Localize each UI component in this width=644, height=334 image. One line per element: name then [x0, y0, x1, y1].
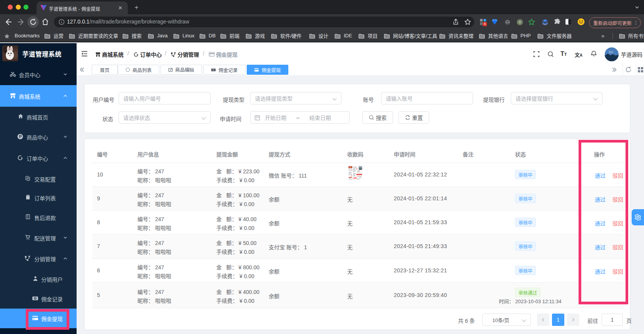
svg-text:文心: 文心 — [609, 50, 613, 54]
